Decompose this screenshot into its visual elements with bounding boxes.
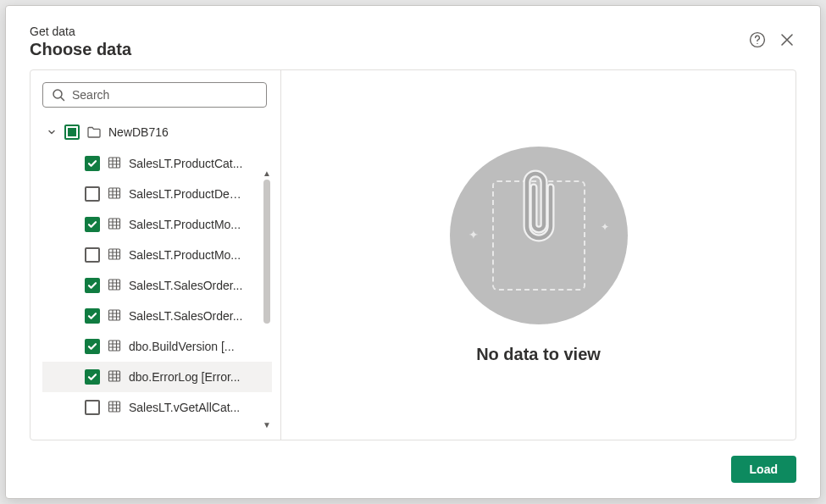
svg-rect-6 [109, 249, 120, 259]
table-item[interactable]: SalesLT.ProductCat... [42, 148, 272, 179]
table-checkbox[interactable] [85, 369, 100, 385]
table-checkbox[interactable] [85, 247, 100, 263]
folder-icon [86, 125, 102, 140]
table-checkbox[interactable] [85, 156, 100, 171]
table-icon [107, 216, 122, 234]
table-item[interactable]: dbo.BuildVersion [... [42, 331, 272, 362]
svg-rect-3 [109, 158, 120, 168]
close-icon [779, 32, 795, 47]
table-item[interactable]: SalesLT.vGetAllCat... [42, 392, 272, 423]
table-item[interactable]: SalesLT.ProductDes... [42, 179, 272, 209]
table-label: dbo.BuildVersion [... [129, 340, 235, 353]
sparkle-icon: ✦ [601, 221, 609, 233]
table-label: SalesLT.ProductDes... [129, 187, 244, 201]
table-checkbox[interactable] [85, 400, 100, 415]
empty-state-text: No data to view [476, 345, 601, 364]
scroll-up-icon[interactable]: ▲ [263, 169, 271, 178]
table-item[interactable]: dbo.ErrorLog [Error... [42, 362, 272, 392]
svg-rect-8 [109, 310, 120, 320]
search-input[interactable] [72, 88, 258, 102]
preview-pane: ✦ ✦ No data to view [281, 70, 796, 440]
table-checkbox[interactable] [85, 186, 100, 202]
dialog-titles: Get data Choose data [30, 25, 131, 59]
table-label: SalesLT.SalesOrder... [129, 309, 242, 323]
dialog-body: NewDB716 SalesLT.ProductCat...SalesLT.Pr… [30, 69, 796, 440]
svg-rect-10 [109, 371, 120, 381]
table-label: SalesLT.ProductCat... [129, 157, 242, 170]
dialog-header: Get data Choose data [6, 6, 820, 69]
table-label: SalesLT.SalesOrder... [129, 279, 242, 292]
navigator-pane: NewDB716 SalesLT.ProductCat...SalesLT.Pr… [30, 70, 281, 440]
paperclip-icon [517, 165, 561, 250]
database-name: NewDB716 [108, 125, 169, 139]
load-button[interactable]: Load [731, 456, 796, 483]
close-button[interactable] [778, 30, 796, 49]
chevron-down-icon [47, 127, 57, 137]
table-item[interactable]: SalesLT.ProductMo... [42, 209, 272, 240]
table-item[interactable]: SalesLT.SalesOrder... [42, 270, 272, 301]
table-list: SalesLT.ProductCat...SalesLT.ProductDes.… [42, 148, 272, 423]
table-icon [107, 338, 122, 356]
dialog-subtitle: Get data [30, 25, 131, 38]
database-checkbox[interactable] [64, 125, 80, 140]
table-label: SalesLT.ProductMo... [129, 218, 241, 231]
table-icon [107, 277, 122, 295]
table-item[interactable]: SalesLT.SalesOrder... [42, 301, 272, 331]
database-node[interactable]: NewDB716 [42, 121, 272, 143]
choose-data-dialog: Get data Choose data [5, 5, 821, 499]
svg-rect-4 [109, 188, 120, 198]
empty-state-graphic: ✦ ✦ [450, 147, 628, 324]
help-icon [749, 31, 766, 48]
dialog-footer: Load [6, 440, 820, 498]
search-box[interactable] [42, 82, 267, 108]
search-icon [52, 88, 65, 102]
svg-rect-7 [109, 280, 120, 290]
table-icon [107, 399, 122, 417]
table-checkbox[interactable] [85, 308, 100, 324]
table-item[interactable]: SalesLT.ProductMo... [42, 240, 272, 270]
table-icon [107, 246, 122, 264]
scroll-down-icon[interactable]: ▼ [263, 420, 271, 429]
svg-point-1 [757, 43, 757, 44]
table-checkbox[interactable] [85, 339, 100, 354]
table-checkbox[interactable] [85, 217, 100, 232]
table-label: dbo.ErrorLog [Error... [129, 370, 241, 384]
svg-rect-5 [109, 219, 120, 229]
sparkle-icon: ✦ [468, 228, 479, 241]
table-checkbox[interactable] [85, 278, 100, 293]
table-icon [107, 368, 122, 386]
header-actions [747, 30, 796, 50]
svg-rect-9 [109, 341, 120, 351]
table-icon [107, 307, 122, 325]
svg-rect-11 [109, 402, 120, 412]
scroll-thumb[interactable] [263, 180, 270, 324]
scrollbar[interactable]: ▲ ▼ [262, 169, 272, 429]
object-tree: NewDB716 SalesLT.ProductCat...SalesLT.Pr… [42, 121, 272, 435]
expand-toggle[interactable] [46, 127, 58, 137]
table-label: SalesLT.vGetAllCat... [129, 401, 240, 414]
table-label: SalesLT.ProductMo... [129, 248, 241, 262]
table-icon [107, 155, 122, 173]
dialog-title: Choose data [30, 40, 131, 59]
help-button[interactable] [747, 30, 768, 50]
table-icon [107, 186, 122, 203]
